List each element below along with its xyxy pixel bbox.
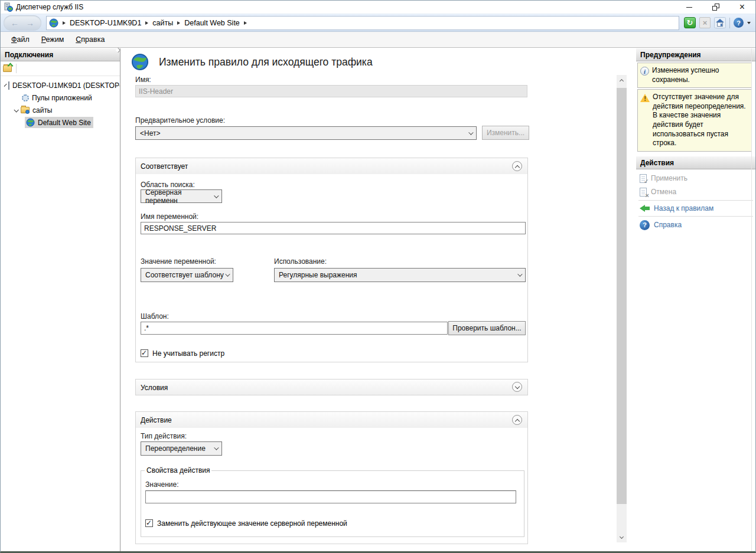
- tree-item-app-pools[interactable]: Пулы приложений: [1, 91, 120, 104]
- action-section-title: Действие: [136, 412, 527, 424]
- scroll-down-button[interactable]: [617, 532, 627, 542]
- value-label: Значение:: [145, 480, 179, 489]
- variable-value-value: Соответствует шаблону: [145, 271, 224, 279]
- chevron-down-icon: [517, 271, 522, 276]
- back-to-rules-action[interactable]: Назад к правилам: [636, 202, 755, 215]
- iis-manager-window: Диспетчер служб IIS × ← → DESKTOP-U1MK9D…: [0, 0, 756, 553]
- chevron-up-icon: [620, 78, 624, 83]
- conditions-section-header[interactable]: Условия: [136, 379, 527, 395]
- breadcrumb-sites[interactable]: сайты: [152, 19, 173, 27]
- breadcrumb-default-web-site[interactable]: Default Web Site: [184, 19, 240, 27]
- help-icon[interactable]: ?: [734, 18, 744, 28]
- help-action[interactable]: ? Справка: [636, 218, 755, 233]
- globe-icon: [131, 53, 149, 71]
- using-select[interactable]: Регулярные выражения: [274, 268, 526, 282]
- refresh-icon[interactable]: ↻: [684, 17, 696, 28]
- precondition-label: Предварительное условие:: [135, 116, 225, 125]
- save-connection-icon[interactable]: [3, 66, 12, 72]
- breadcrumb[interactable]: DESKTOP-U1MK9D1 сайты Default Web Site: [46, 16, 679, 30]
- connections-panel: Подключения DESKTOP-U1MK9D1 (DESKTOP- Пу…: [1, 48, 120, 551]
- actions-header: Действия: [636, 156, 755, 169]
- warning-icon: [640, 94, 650, 102]
- minimize-button[interactable]: [676, 1, 702, 14]
- menu-help[interactable]: Справка: [70, 33, 110, 46]
- stop-icon: ×: [699, 17, 711, 28]
- replace-value-label: Заменить действующее значение серверной …: [157, 519, 347, 528]
- edit-outbound-rule-page: Изменить правило для исходящего трафика …: [121, 48, 637, 551]
- page-title: Изменить правило для исходящего трафика: [159, 56, 373, 68]
- breadcrumb-server[interactable]: DESKTOP-U1MK9D1: [70, 19, 141, 27]
- home-icon[interactable]: [714, 17, 726, 28]
- breadcrumb-separator-icon: [63, 21, 66, 25]
- match-section-title: Соответствует: [136, 158, 527, 171]
- expander-down-icon[interactable]: [14, 107, 18, 112]
- back-icon[interactable]: ←: [11, 19, 19, 27]
- breadcrumb-separator-icon: [145, 21, 148, 25]
- collapse-button[interactable]: [512, 415, 522, 425]
- variable-name-input[interactable]: [141, 222, 526, 234]
- tree-item-label: сайты: [32, 106, 53, 114]
- application-pools-icon: [22, 94, 29, 102]
- variable-value-select[interactable]: Соответствует шаблону: [141, 268, 233, 282]
- globe-icon: [49, 18, 58, 28]
- expander-down-icon[interactable]: [4, 83, 7, 86]
- forward-icon[interactable]: →: [26, 19, 34, 27]
- pattern-label: Шаблон:: [141, 312, 169, 320]
- window-controls: ×: [676, 1, 755, 14]
- action-properties-group: Свойства действия Значение: Заменить дей…: [141, 466, 524, 537]
- panel-edge-line: [751, 48, 752, 551]
- main-scrollbar[interactable]: [617, 75, 627, 542]
- action-properties-title: Свойства действия: [145, 466, 211, 475]
- chevron-down-icon: [620, 534, 624, 538]
- address-toolbar: ↻ × ?: [679, 17, 755, 28]
- tree-item-label: Default Web Site: [38, 119, 91, 127]
- tree-item-default-web-site[interactable]: Default Web Site: [1, 116, 120, 129]
- expand-button[interactable]: [512, 382, 522, 392]
- tree-item-server[interactable]: DESKTOP-U1MK9D1 (DESKTOP-: [1, 79, 120, 91]
- sites-folder-icon: [21, 107, 30, 113]
- restore-button[interactable]: [702, 1, 729, 14]
- ignore-case-checkbox[interactable]: [141, 349, 148, 357]
- alert-warning: Отсутствует значение для действия переоп…: [637, 89, 752, 152]
- collapse-button[interactable]: [512, 161, 522, 171]
- scope-value: Серверная переменн: [145, 188, 214, 205]
- actions-separator: [638, 200, 753, 201]
- action-type-select[interactable]: Переопределение: [141, 441, 222, 456]
- match-section-header[interactable]: Соответствует: [136, 158, 527, 174]
- actions-panel: Предупреждения i Изменения успешно сохра…: [636, 48, 755, 551]
- title-bar: Диспетчер служб IIS ×: [1, 1, 755, 14]
- scope-select[interactable]: Серверная переменн: [141, 189, 222, 203]
- value-input[interactable]: [145, 490, 516, 503]
- close-button[interactable]: ×: [729, 1, 755, 14]
- using-label: Использование:: [274, 257, 327, 266]
- alert-text: Отсутствует значение для действия переоп…: [653, 93, 749, 148]
- precondition-select[interactable]: <Нет>: [135, 126, 477, 140]
- body: Подключения DESKTOP-U1MK9D1 (DESKTOP- Пу…: [1, 48, 755, 551]
- menu-bar: Файл Режим Справка: [1, 32, 755, 48]
- toolbar-separator: [729, 18, 730, 28]
- info-icon: i: [640, 67, 649, 76]
- apply-icon: ✓: [640, 174, 647, 183]
- using-value: Регулярные выражения: [279, 271, 357, 279]
- scroll-up-button[interactable]: [617, 75, 627, 85]
- chevron-down-icon: [214, 445, 219, 450]
- tree-item-sites[interactable]: сайты: [1, 104, 120, 116]
- iis-app-icon: [4, 2, 13, 12]
- chevron-down-icon: [468, 130, 473, 135]
- nav-buttons: ← →: [4, 15, 41, 31]
- chevron-up-icon: [515, 419, 520, 424]
- cancel-label: Отмена: [651, 188, 676, 196]
- test-pattern-button[interactable]: Проверить шаблон...: [448, 321, 526, 335]
- breadcrumb-separator-icon: [244, 21, 247, 25]
- action-type-value: Переопределение: [145, 444, 206, 453]
- actions-separator: [638, 216, 753, 217]
- help-menu-arrow-icon[interactable]: [747, 22, 751, 24]
- menu-view[interactable]: Режим: [35, 33, 70, 46]
- replace-value-checkbox[interactable]: [145, 519, 153, 527]
- action-section-header[interactable]: Действие: [136, 412, 527, 428]
- scrollbar-thumb[interactable]: [617, 88, 627, 504]
- menu-file[interactable]: Файл: [5, 33, 35, 46]
- pattern-input[interactable]: [141, 322, 448, 335]
- help-icon: ?: [640, 220, 650, 230]
- conditions-section: Условия: [135, 379, 528, 395]
